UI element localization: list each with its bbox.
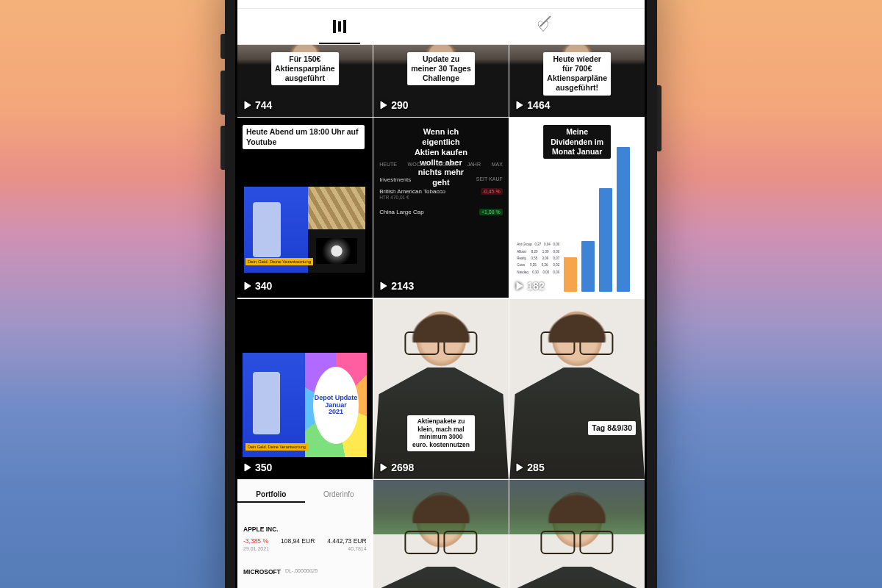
portfolio-row: 29.01.2021 40,7814 xyxy=(243,546,367,551)
portfolio-row: -3,385 % 108,94 EUR 4.442,73 EUR xyxy=(243,537,367,545)
volume-up-button xyxy=(220,71,225,115)
video-thumb[interactable] xyxy=(509,480,645,588)
invest-section: Investments xyxy=(379,176,411,183)
video-caption: Aktienpakete zu klein, mach mal minimum … xyxy=(407,415,475,451)
title-bar: Sven Lerch xyxy=(237,0,645,9)
video-caption: Heute Abend um 18:00 Uhr auf Youtube xyxy=(243,125,365,148)
video-thumb[interactable]: Update zu meiner 30 Tages Challenge 290 xyxy=(373,45,509,117)
feed-tab[interactable] xyxy=(237,9,441,44)
view-count: 285 xyxy=(515,462,544,473)
volume-down-button xyxy=(220,126,225,170)
view-count: 1464 xyxy=(515,99,550,111)
thumb-tag: Dein Geld. Deine Verantwortung xyxy=(245,258,313,265)
dividend-chart: Ant Group0,270,040,00 Allianz8,201,090,0… xyxy=(514,147,640,292)
invest-row: China Large Cap +1,08 % xyxy=(379,209,503,215)
invest-row: British American TobaccoHTR 470,01 € -0,… xyxy=(379,188,503,200)
portfolio-row: APPLE INC. xyxy=(243,526,367,533)
view-count: 2143 xyxy=(379,280,414,292)
video-caption: Für 150€ Aktiensparpläne ausgeführt xyxy=(271,52,339,85)
view-count: 2698 xyxy=(379,462,414,473)
video-thumb[interactable]: Für 150€ Aktiensparpläne ausgeführt 744 xyxy=(237,45,373,117)
video-caption: Heute wieder für 700€ Aktiensparpläne au… xyxy=(543,52,611,96)
screen: 19:20 🔔 1 ᯤ 46 xyxy=(237,0,645,588)
invest-menu: HEUTEWOCHEMONATJAHRMAX xyxy=(373,162,509,167)
invest-since: SEIT KAUF xyxy=(476,176,503,182)
view-count: 290 xyxy=(379,99,408,111)
video-caption: Tag 8&9/30 xyxy=(588,421,636,435)
video-thumb[interactable]: Heute Abend um 18:00 Uhr auf Youtube Dei… xyxy=(237,118,373,298)
view-count: 350 xyxy=(243,462,272,473)
view-count: 182 xyxy=(515,280,544,292)
power-button xyxy=(657,85,662,151)
video-thumb[interactable]: Tag 8&9/30 285 xyxy=(509,299,645,479)
video-thumb[interactable]: Heute wieder für 700€ Aktiensparpläne au… xyxy=(509,45,645,117)
video-thumb[interactable]: Wenn ich eigentlich Aktien kaufen wollte… xyxy=(373,118,509,298)
view-count: 340 xyxy=(243,280,272,292)
thumb-tag: Dein Geld. Deine Verantwortung xyxy=(245,443,308,451)
video-thumb[interactable]: Aktienpakete zu klein, mach mal minimum … xyxy=(373,299,509,479)
video-caption: Wenn ich eigentlich Aktien kaufen wollte… xyxy=(407,125,475,190)
video-thumb[interactable]: Meine Dividenden im Monat Januar Ant Gro… xyxy=(509,118,645,298)
thumb-art: Depot UpdateJanuar2021 xyxy=(243,353,367,457)
profile-tabs: ♡ xyxy=(237,9,645,45)
phone-frame: 19:20 🔔 1 ᯤ 46 xyxy=(225,0,657,588)
liked-tab[interactable]: ♡ xyxy=(441,9,645,44)
mute-switch xyxy=(220,34,225,59)
back-button[interactable] xyxy=(251,0,268,1)
portfolio-tabs: PortfolioOrderinfo xyxy=(237,487,373,503)
heart-off-icon: ♡ xyxy=(537,18,550,35)
video-thumb[interactable]: PortfolioOrderinfo APPLE INC. -3,385 % 1… xyxy=(237,480,373,588)
video-thumb[interactable]: Depot UpdateJanuar2021 Dein Geld. Deine … xyxy=(237,299,373,479)
video-caption: Update zu meiner 30 Tages Challenge xyxy=(407,52,475,85)
video-grid: Für 150€ Aktiensparpläne ausgeführt 744 … xyxy=(237,45,645,588)
video-thumb[interactable] xyxy=(373,480,509,588)
dividend-table: Ant Group0,270,040,00 Allianz8,201,090,0… xyxy=(517,241,559,276)
portfolio-row: MICROSOFT DL-,00000625 xyxy=(243,568,367,576)
view-count: 744 xyxy=(243,99,272,111)
feed-icon xyxy=(333,20,346,33)
